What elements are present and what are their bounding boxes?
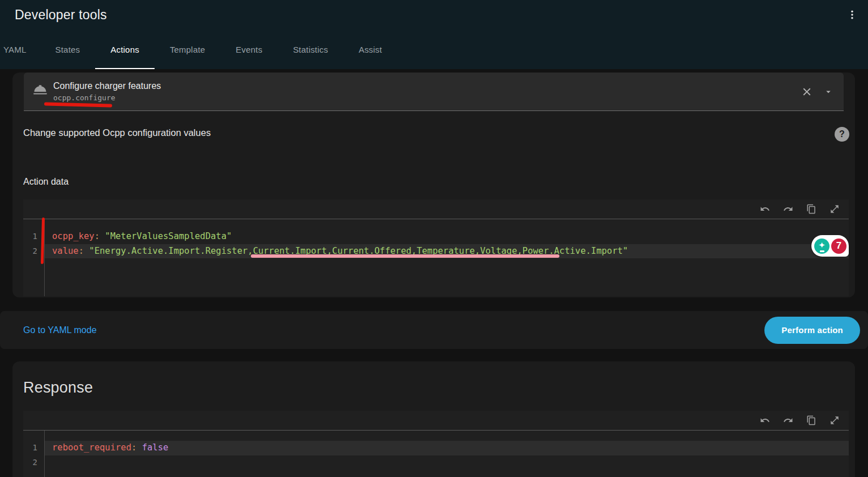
- perform-action-button[interactable]: Perform action: [764, 317, 860, 344]
- action-card: Configure charger features ocpp.configur…: [12, 73, 855, 297]
- editor-body[interactable]: 1 2 reboot_required: false: [23, 431, 849, 477]
- action-picker-combobox[interactable]: Configure charger features ocpp.configur…: [24, 73, 844, 111]
- picker-controls: [801, 73, 833, 110]
- redo-button[interactable]: [783, 415, 793, 425]
- developer-tools-page: Developer tools YAML States Actions Temp…: [0, 0, 868, 477]
- undo-button[interactable]: [760, 415, 770, 425]
- action-data-editor[interactable]: 1 2 ocpp_key: "MeterValuesSampledData" v…: [23, 199, 849, 296]
- action-description: Change supported Ocpp configuration valu…: [23, 126, 211, 139]
- yaml-key: reboot_required: [52, 442, 131, 453]
- tab-events[interactable]: Events: [220, 30, 277, 69]
- line-number: 1: [23, 441, 44, 455]
- overflow-menu-button[interactable]: [842, 5, 862, 25]
- action-picker-title: Configure charger features: [53, 81, 161, 91]
- page-title: Developer tools: [15, 7, 107, 23]
- line-number: 2: [23, 244, 44, 259]
- undo-button[interactable]: [760, 204, 770, 214]
- code-line-1: ocpp_key: "MeterValuesSampledData": [45, 229, 849, 244]
- redo-icon: [783, 415, 793, 425]
- tab-template[interactable]: Template: [155, 30, 220, 69]
- code-content[interactable]: ocpp_key: "MeterValuesSampledData" value…: [45, 219, 849, 296]
- line-number: 2: [23, 455, 44, 470]
- yaml-bool-value: false: [142, 442, 169, 453]
- yaml-string-value: "Energy.Active.Import.Register,Current.I…: [89, 246, 628, 256]
- action-picker-text: Configure charger features ocpp.configur…: [53, 81, 161, 102]
- action-footer-bar: Go to YAML mode Perform action: [0, 311, 868, 349]
- tab-assist[interactable]: Assist: [343, 30, 397, 69]
- yaml-colon: :: [131, 442, 142, 453]
- kebab-menu-icon: [846, 9, 858, 20]
- yaml-key: ocpp_key: [52, 231, 95, 241]
- extension-badge[interactable]: ✦ 7: [811, 235, 849, 257]
- tab-actions[interactable]: Actions: [95, 30, 155, 69]
- code-line-2: value: "Energy.Active.Import.Register,Cu…: [45, 244, 849, 259]
- line-number-gutter: 1 2: [23, 431, 45, 477]
- redo-icon: [783, 204, 793, 214]
- tab-yaml[interactable]: YAML: [0, 30, 40, 69]
- editor-toolbar: [23, 199, 849, 219]
- code-content[interactable]: reboot_required: false: [45, 431, 849, 477]
- response-title: Response: [23, 377, 855, 398]
- room-service-icon: [32, 83, 49, 100]
- tab-bar: YAML States Actions Template Events Stat…: [0, 29, 868, 69]
- copy-button[interactable]: [806, 204, 816, 214]
- help-icon[interactable]: ?: [835, 127, 849, 142]
- badge-count: 7: [830, 237, 848, 255]
- line-number-gutter: 1 2: [23, 219, 45, 296]
- yaml-colon: :: [79, 246, 89, 256]
- response-card: Response 1 2 reboot_required: false: [12, 361, 855, 477]
- app-header: Developer tools: [0, 0, 868, 29]
- undo-icon: [760, 415, 770, 425]
- copy-icon: [806, 204, 816, 214]
- redo-button[interactable]: [783, 204, 793, 214]
- editor-body[interactable]: 1 2 ocpp_key: "MeterValuesSampledData" v…: [23, 219, 849, 296]
- copy-button[interactable]: [806, 415, 816, 425]
- clear-action-icon[interactable]: [801, 86, 813, 98]
- fullscreen-button[interactable]: [829, 204, 840, 214]
- yaml-key: value: [52, 246, 79, 256]
- line-number: 1: [23, 229, 44, 244]
- lightbulb-icon: ✦: [814, 238, 829, 254]
- description-row: Change supported Ocpp configuration valu…: [12, 126, 855, 142]
- action-data-label: Action data: [23, 176, 855, 188]
- action-picker-service: ocpp.configure: [53, 93, 161, 102]
- tab-statistics[interactable]: Statistics: [277, 30, 343, 69]
- copy-icon: [806, 415, 816, 425]
- fullscreen-icon: [829, 204, 840, 214]
- tab-states[interactable]: States: [40, 30, 96, 69]
- undo-icon: [760, 204, 770, 214]
- response-editor[interactable]: 1 2 reboot_required: false: [23, 411, 849, 477]
- fullscreen-icon: [829, 415, 840, 425]
- yaml-colon: :: [95, 231, 105, 241]
- editor-toolbar: [23, 411, 849, 431]
- chevron-down-icon[interactable]: [823, 87, 833, 97]
- fullscreen-button[interactable]: [829, 415, 840, 425]
- yaml-string-value: "MeterValuesSampledData": [105, 231, 232, 241]
- code-line-1: reboot_required: false: [45, 441, 849, 455]
- go-to-yaml-link[interactable]: Go to YAML mode: [23, 325, 97, 335]
